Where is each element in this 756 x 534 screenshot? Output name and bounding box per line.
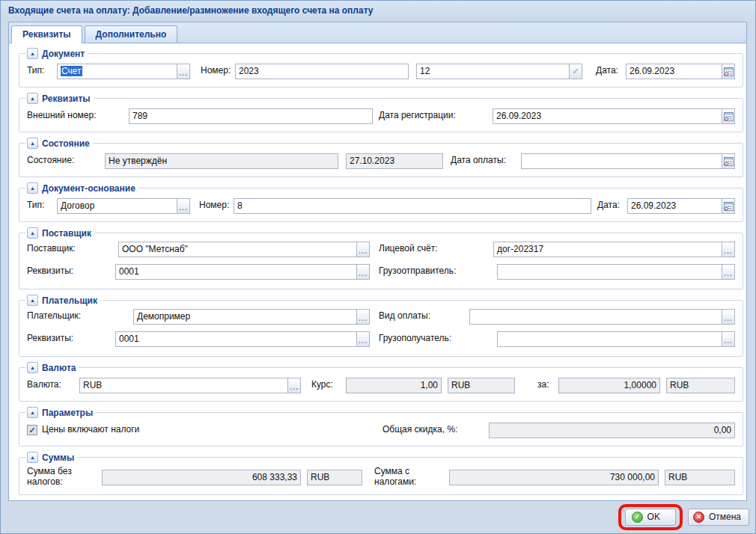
payment-kind-field[interactable] bbox=[469, 309, 722, 325]
tab-requisites[interactable]: Реквизиты bbox=[11, 25, 82, 43]
ellipsis-icon[interactable]: ... bbox=[722, 331, 735, 347]
base-type-field[interactable]: Договор bbox=[57, 198, 177, 214]
ellipsis-icon[interactable]: ... bbox=[177, 198, 190, 214]
document-date-field[interactable]: 26.09.2023 bbox=[626, 64, 722, 79]
footer-toolbar: ✓ OK ✕ Отмена bbox=[618, 503, 749, 530]
supplier-combo: ООО "Метснаб" ... bbox=[118, 242, 370, 257]
tab-panel: Реквизиты Дополнительно ▲ Документ Тип: … bbox=[8, 22, 747, 501]
supplier-field[interactable]: ООО "Метснаб" bbox=[118, 242, 357, 257]
calendar-icon[interactable] bbox=[722, 198, 735, 214]
calendar-icon[interactable] bbox=[722, 153, 735, 169]
ellipsis-icon[interactable]: ... bbox=[722, 264, 735, 280]
collapse-toggle-icon[interactable]: ▲ bbox=[27, 407, 38, 418]
fieldset-totals-legend: Суммы bbox=[42, 452, 74, 463]
consignee-combo: ... bbox=[497, 331, 735, 347]
rate-label: Курс: bbox=[311, 380, 346, 390]
consignor-field[interactable] bbox=[497, 264, 722, 280]
consignor-combo: ... bbox=[497, 264, 735, 280]
payer-label: Плательщик: bbox=[27, 311, 133, 322]
ok-button[interactable]: ✓ OK bbox=[625, 509, 676, 526]
fieldset-totals: ▲ Суммы Сумма без налогов: 608 333,33 RU… bbox=[19, 452, 743, 495]
form-body: ▲ Документ Тип: Счет ... Номер: 2023 12 … bbox=[9, 43, 746, 500]
consignor-label: Грузоотправитель: bbox=[379, 266, 497, 277]
document-date-label: Дата: bbox=[596, 66, 626, 76]
document-date-combo: 26.09.2023 bbox=[626, 64, 735, 79]
payer-requisites-combo: 0001 ... bbox=[115, 331, 370, 347]
document-type-label: Тип: bbox=[27, 66, 57, 76]
supplier-requisites-label: Реквизиты: bbox=[27, 266, 115, 277]
cancel-button-label: Отмена bbox=[709, 512, 741, 522]
collapse-toggle-icon[interactable]: ▲ bbox=[27, 182, 38, 194]
payer-requisites-label: Реквизиты: bbox=[27, 334, 115, 344]
document-extra-number-field[interactable]: 12 bbox=[416, 64, 570, 79]
payer-combo: Демопример ... bbox=[133, 309, 370, 325]
ellipsis-icon[interactable]: ... bbox=[177, 64, 190, 79]
personal-account-field[interactable]: дог-202317 bbox=[493, 242, 722, 257]
fieldset-currency: ▲ Валюта Валюта: RUB ... Курс: 1,00 RUB … bbox=[19, 362, 743, 402]
fieldset-document: ▲ Документ Тип: Счет ... Номер: 2023 12 … bbox=[19, 48, 743, 88]
consignee-field[interactable] bbox=[497, 331, 722, 347]
ellipsis-icon[interactable]: ... bbox=[287, 378, 301, 393]
discount-label: Общая скидка, %: bbox=[382, 425, 489, 435]
fieldset-supplier-legend: Поставщик bbox=[42, 228, 91, 239]
fieldset-state-legend: Состояние bbox=[42, 138, 90, 149]
ellipsis-icon[interactable]: ... bbox=[722, 309, 735, 325]
base-number-field[interactable]: 8 bbox=[234, 198, 591, 214]
base-date-label: Дата: bbox=[597, 200, 627, 211]
collapse-toggle-icon[interactable]: ▲ bbox=[27, 48, 38, 59]
taxes-checkbox[interactable]: ✓ bbox=[27, 425, 37, 435]
state-date-field: 27.10.2023 bbox=[346, 153, 443, 169]
currency-label: Валюта: bbox=[27, 380, 79, 390]
supplier-requisites-field[interactable]: 0001 bbox=[115, 264, 357, 280]
document-type-field[interactable]: Счет bbox=[57, 64, 177, 79]
ellipsis-icon[interactable]: ... bbox=[722, 242, 735, 257]
document-extra-number-combo: 12 ✓ bbox=[416, 64, 582, 79]
calendar-icon[interactable] bbox=[722, 108, 735, 124]
registration-date-field[interactable]: 26.09.2023 bbox=[493, 108, 722, 124]
collapse-toggle-icon[interactable]: ▲ bbox=[27, 295, 38, 306]
collapse-toggle-icon[interactable]: ▲ bbox=[27, 138, 38, 149]
fieldset-base-document: ▲ Документ-основание Тип: Договор ... Но… bbox=[19, 182, 743, 222]
ellipsis-icon[interactable]: ... bbox=[356, 331, 370, 347]
base-date-field[interactable]: 26.09.2023 bbox=[627, 198, 722, 214]
fieldset-payer: ▲ Плательщик Плательщик: Демопример ... … bbox=[19, 295, 743, 357]
payment-date-field[interactable] bbox=[521, 153, 722, 169]
document-number-field[interactable]: 2023 bbox=[235, 64, 409, 79]
base-number-label: Номер: bbox=[199, 200, 234, 211]
ellipsis-icon[interactable]: ... bbox=[356, 264, 370, 280]
collapse-toggle-icon[interactable]: ▲ bbox=[27, 362, 38, 373]
ok-button-label: OK bbox=[647, 512, 660, 522]
payment-kind-label: Вид оплаты: bbox=[379, 311, 469, 322]
base-date-combo: 26.09.2023 bbox=[627, 198, 735, 214]
taxes-checkbox-label: Цены включают налоги bbox=[42, 425, 139, 435]
cancel-button[interactable]: ✕ Отмена bbox=[688, 509, 749, 526]
personal-account-combo: дог-202317 ... bbox=[493, 242, 735, 257]
fieldset-requisites: ▲ Реквизиты Внешний номер: 789 Дата реги… bbox=[19, 93, 743, 132]
net-amount-label: Сумма без налогов: bbox=[27, 467, 102, 488]
fieldset-state: ▲ Состояние Состояние: Не утверждён 27.1… bbox=[19, 138, 743, 177]
payer-requisites-field[interactable]: 0001 bbox=[115, 331, 357, 347]
window-title: Входящие счета на оплату: Добавление/раз… bbox=[1, 1, 755, 22]
fieldset-parameters-legend: Параметры bbox=[42, 408, 93, 418]
ellipsis-icon[interactable]: ... bbox=[356, 309, 370, 325]
calendar-icon[interactable] bbox=[722, 64, 735, 79]
dialog-window: Входящие счета на оплату: Добавление/раз… bbox=[0, 0, 756, 534]
check-trigger-icon[interactable]: ✓ bbox=[569, 64, 582, 79]
payment-date-combo bbox=[521, 153, 735, 169]
discount-field: 0,00 bbox=[489, 423, 735, 438]
ellipsis-icon[interactable]: ... bbox=[356, 242, 370, 257]
collapse-toggle-icon[interactable]: ▲ bbox=[27, 227, 38, 239]
fieldset-document-legend: Документ bbox=[42, 49, 85, 59]
payer-field[interactable]: Демопример bbox=[133, 309, 357, 325]
external-number-field[interactable]: 789 bbox=[129, 108, 373, 124]
currency-field[interactable]: RUB bbox=[79, 378, 288, 393]
document-type-combo: Счет ... bbox=[57, 64, 190, 79]
collapse-toggle-icon[interactable]: ▲ bbox=[27, 93, 38, 104]
gross-amount-field: 730 000,00 bbox=[449, 470, 659, 485]
tab-additional[interactable]: Дополнительно bbox=[85, 25, 178, 43]
check-icon: ✓ bbox=[28, 426, 35, 435]
document-number-label: Номер: bbox=[201, 66, 235, 76]
fieldset-parameters: ▲ Параметры ✓ Цены включают налоги Общая… bbox=[19, 407, 743, 446]
collapse-toggle-icon[interactable]: ▲ bbox=[27, 452, 38, 463]
fieldset-requisites-legend: Реквизиты bbox=[42, 93, 91, 104]
